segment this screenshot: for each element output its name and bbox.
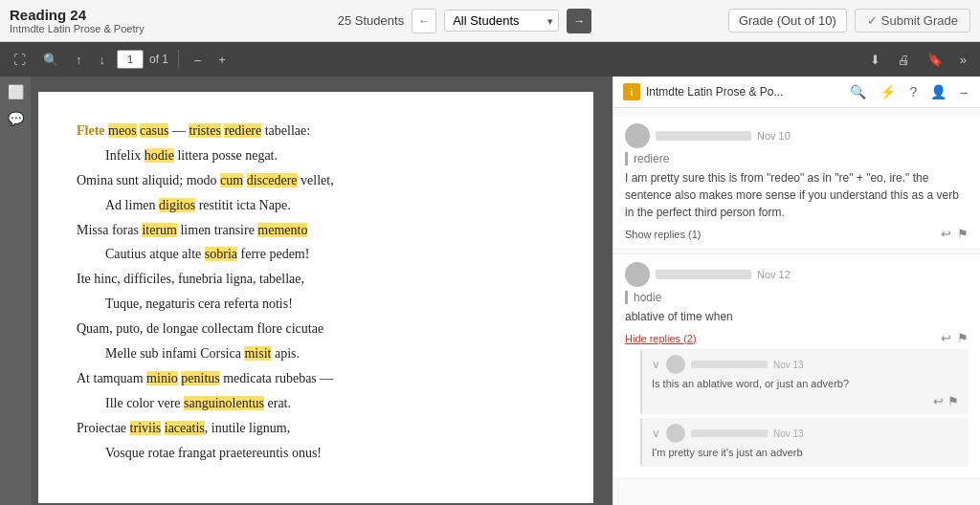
scroll-up-button[interactable]: ↑: [70, 50, 88, 70]
show-replies-1-button[interactable]: Show replies (1): [625, 229, 701, 240]
students-select[interactable]: All Students: [444, 10, 559, 32]
reply-2-1: ∨ Nov 13 Is this an ablative word, or ju…: [640, 349, 969, 414]
zoom-in-button[interactable]: +: [212, 50, 232, 70]
comment-2-user: [656, 270, 751, 279]
pdf-line-13: Proiectae triviis iaceatis, inutile lign…: [77, 416, 555, 441]
comment-1-tag: rediere: [625, 152, 969, 165]
pdf-line-9: Quam, puto, de longae collectam flore ci…: [77, 317, 555, 341]
panel-header: i Intmdte Latin Prose & Po... 🔍 ⚡ ? 👤 –: [613, 77, 980, 108]
pdf-line-14: Vosque rotae frangat praetereuntis onus!: [105, 441, 555, 466]
panel-minimize-button[interactable]: –: [957, 82, 970, 101]
toolbar: ⛶ 🔍 ↑ ↓ of 1 – + ⬇ 🖨 🔖 »: [0, 42, 980, 77]
bookmark-button[interactable]: 🔖: [922, 50, 948, 70]
panel-logo: i: [623, 83, 640, 100]
toolbar-separator-1: [178, 50, 179, 69]
reply-1-button[interactable]: ↩: [941, 227, 951, 241]
reply-2-1-date: Nov 13: [773, 360, 804, 370]
pdf-tool-comment[interactable]: 💬: [8, 111, 24, 126]
header-left: Reading 24 Intmdte Latin Prose & Poetry: [10, 7, 201, 34]
reply-2-1-flag-button[interactable]: ⚑: [947, 394, 959, 408]
comment-2-header: Nov 12: [625, 262, 969, 287]
panel-bolt-button[interactable]: ⚡: [877, 82, 899, 101]
reply-2-1-reply-button[interactable]: ↩: [933, 394, 944, 408]
submit-grade-button[interactable]: ✓ Submit Grade: [855, 9, 970, 33]
comment-1-date: Nov 10: [757, 130, 791, 142]
header-center: 25 Students ← All Students →: [211, 9, 719, 33]
pdf-line-4: Ad limen digitos restitit icta Nape.: [105, 193, 555, 218]
hide-replies-2-button[interactable]: Hide replies (2): [625, 333, 697, 344]
header: Reading 24 Intmdte Latin Prose & Poetry …: [0, 0, 980, 42]
reply-2-1-text: Is this an ablative word, or just an adv…: [652, 377, 959, 391]
reply-2-2-user: [691, 429, 768, 437]
pdf-line-3: Omina sunt aliquid; modo cum discedere v…: [77, 168, 555, 193]
students-select-wrapper: All Students: [444, 10, 559, 32]
reply-2-2-text: I'm pretty sure it's just an adverb: [652, 446, 959, 460]
comment-2-avatar: [625, 262, 650, 287]
reply-2-1-avatar: [666, 355, 685, 374]
pdf-page: Flete meos casus — tristes rediere tabel…: [38, 92, 593, 503]
zoom-out-button[interactable]: –: [189, 50, 207, 70]
reply-2-1-header: ∨ Nov 13: [652, 355, 959, 374]
scroll-down-button[interactable]: ↓: [94, 50, 112, 70]
right-panel: i Intmdte Latin Prose & Po... 🔍 ⚡ ? 👤 – …: [612, 77, 980, 505]
toolbar-right: ⬇ 🖨 🔖 »: [864, 50, 972, 70]
check-icon: ✓: [867, 13, 878, 28]
comments-area[interactable]: Nov 10 rediere I am pretty sure this is …: [613, 108, 980, 505]
comment-1-user: [656, 131, 751, 141]
pdf-side-toolbar: ⬜ 💬: [0, 77, 31, 505]
grade-label: Grade (Out of 10): [728, 9, 847, 33]
reply-2-2-date: Nov 13: [773, 428, 804, 439]
more-button[interactable]: »: [954, 50, 972, 70]
search-toolbar-button[interactable]: 🔍: [37, 50, 64, 70]
comment-1-actions: Show replies (1) ↩ ⚑: [625, 227, 969, 241]
reply-2-button[interactable]: ↩: [941, 331, 951, 345]
page-number-input[interactable]: [117, 50, 144, 69]
page-subtitle: Intmdte Latin Prose & Poetry: [10, 23, 201, 34]
students-count: 25 Students: [338, 13, 404, 28]
prev-student-button[interactable]: ←: [412, 9, 436, 33]
pdf-tool-select[interactable]: ⬜: [8, 84, 24, 99]
pdf-line-7: Ite hinc, difficiles, funebria ligna, ta…: [77, 267, 555, 292]
pdf-line-2: Infelix hodie littera posse negat.: [105, 143, 555, 168]
main-area: ⬜ 💬 Flete meos casus — tristes rediere t…: [0, 77, 980, 505]
panel-help-button[interactable]: ?: [906, 82, 920, 101]
panel-user-button[interactable]: 👤: [927, 82, 949, 101]
reply-2-1-user: [691, 361, 768, 368]
comment-block-1: Nov 10 rediere I am pretty sure this is …: [613, 116, 980, 250]
reply-2-2: ∨ Nov 13 I'm pretty sure it's just an ad…: [640, 418, 969, 466]
expand-reply-icon: ∨: [652, 358, 660, 371]
pdf-line-11: At tamquam minio penitus medicata rubeba…: [77, 366, 555, 391]
header-right: Grade (Out of 10) ✓ Submit Grade: [728, 9, 970, 33]
expand-reply-2-icon: ∨: [652, 427, 660, 440]
reply-2-1-actions: ↩ ⚑: [652, 394, 959, 408]
panel-title: Intmdte Latin Prose & Po...: [646, 85, 841, 99]
pdf-viewer[interactable]: ⬜ 💬 Flete meos casus — tristes rediere t…: [0, 77, 612, 505]
comment-1-text: I am pretty sure this is from "redeo" as…: [625, 169, 969, 221]
print-button[interactable]: 🖨: [892, 50, 916, 70]
pdf-line-5: Missa foras iterum limen transire mement…: [77, 218, 555, 243]
reply-2-2-avatar: [666, 424, 685, 443]
comment-1-avatar: [625, 123, 650, 148]
flag-1-button[interactable]: ⚑: [957, 227, 969, 241]
next-student-button[interactable]: →: [567, 9, 591, 33]
pdf-line-6: Cautius atque alte sobria ferre pedem!: [105, 242, 555, 267]
comment-2-text: ablative of time when: [625, 308, 969, 325]
panel-actions: 🔍 ⚡ ? 👤 –: [847, 82, 970, 101]
flag-2-button[interactable]: ⚑: [957, 331, 969, 345]
comment-2-tag: hodie: [625, 291, 969, 304]
expand-button[interactable]: ⛶: [8, 50, 32, 70]
comment-1-header: Nov 10: [625, 123, 969, 148]
panel-search-button[interactable]: 🔍: [847, 82, 869, 101]
pdf-line-10: Melle sub infami Corsica misit apis.: [105, 341, 555, 366]
page-title: Reading 24: [10, 7, 201, 23]
pdf-line-8: Tuque, negaturis cera referta notis!: [105, 292, 555, 317]
download-button[interactable]: ⬇: [864, 50, 886, 70]
comment-2-actions: Hide replies (2) ↩ ⚑: [625, 331, 969, 345]
comment-2-date: Nov 12: [757, 269, 791, 280]
pdf-line-12: Ille color vere sanguinolentus erat.: [105, 391, 555, 416]
reply-2-2-header: ∨ Nov 13: [652, 424, 959, 443]
page-info: of 1: [149, 53, 168, 66]
pdf-line-1: Flete meos casus — tristes rediere tabel…: [77, 119, 555, 143]
comment-block-2: Nov 12 hodie ablative of time when Hide …: [613, 254, 980, 479]
